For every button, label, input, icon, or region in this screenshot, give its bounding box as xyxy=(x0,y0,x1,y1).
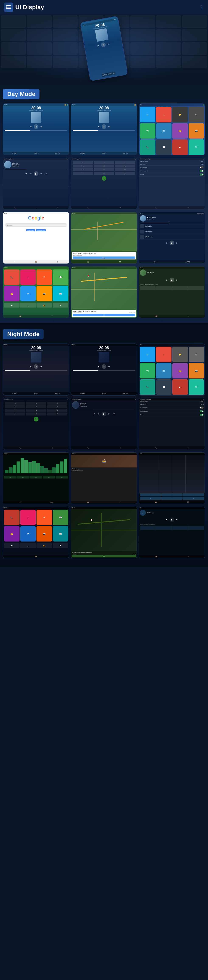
bt-app[interactable]: BT xyxy=(156,363,172,379)
night-nav-btn-3[interactable] xyxy=(172,526,188,530)
eq-band-1[interactable]: 32 xyxy=(4,476,17,479)
nav-btn-2[interactable] xyxy=(156,286,172,290)
road-btn-3[interactable]: → xyxy=(183,493,204,496)
list-item-3[interactable]: 华乐_III.mp3 xyxy=(139,234,205,240)
podcast-app[interactable]: 🎙 xyxy=(36,510,52,525)
camera-app[interactable]: 📷 xyxy=(189,123,204,139)
key-7[interactable]: 7 xyxy=(73,168,93,171)
go-btn-night[interactable]: GO xyxy=(72,555,136,557)
call-button[interactable]: 📞 xyxy=(102,176,106,181)
podcast-app[interactable]: 🎙 xyxy=(36,269,52,285)
phone-app[interactable]: 📞 xyxy=(4,269,19,285)
night-nav-btn-1[interactable] xyxy=(140,526,156,530)
prev-btn[interactable]: ⏮ xyxy=(165,241,168,245)
key-hash[interactable]: # xyxy=(47,412,67,415)
phone-app[interactable]: 📞 xyxy=(140,379,155,395)
auto-answer-toggle[interactable] xyxy=(200,407,203,409)
music-nav[interactable]: ♪ xyxy=(188,207,189,208)
list-item-2[interactable]: 华乐_II.mp3 xyxy=(139,229,205,234)
home-nav[interactable]: 🏠 xyxy=(35,261,37,263)
key-2[interactable]: 2 xyxy=(94,161,114,164)
phone-nav[interactable]: 📞 xyxy=(155,207,157,208)
music-app[interactable]: ♪ xyxy=(20,269,36,285)
music-nav[interactable]: ♪ xyxy=(36,207,36,208)
music-nav[interactable]: ♪ xyxy=(120,447,121,449)
home-nav[interactable]: 🏠 xyxy=(35,555,37,557)
waze-app[interactable]: W xyxy=(189,379,204,395)
music-nav[interactable]: ♪ xyxy=(120,207,121,208)
key-7[interactable]: 7 xyxy=(5,409,25,412)
music-app[interactable]: ♪ xyxy=(156,107,172,123)
eq-band-4[interactable]: 2K xyxy=(43,476,55,479)
menu-icon[interactable]: ⋮ xyxy=(200,5,204,10)
phone-nav[interactable]: 📞 xyxy=(14,207,16,208)
camera-app[interactable]: 📷 xyxy=(189,363,204,379)
shuffle-btn[interactable]: ⇄ xyxy=(24,172,28,175)
auto-nav[interactable]: AUTO xyxy=(123,153,128,154)
back-nav[interactable]: ← xyxy=(51,315,53,317)
music-app[interactable]: ♪ xyxy=(20,510,36,525)
settings-app[interactable]: ⚙ xyxy=(189,347,204,362)
repeat-btn[interactable]: ↻ xyxy=(112,412,116,416)
music-nav[interactable]: ♪ xyxy=(188,447,189,449)
dock-item-1[interactable]: ▶ xyxy=(4,303,19,307)
next-btn[interactable]: ⏭ xyxy=(175,278,179,282)
prev-btn[interactable]: ⏮ xyxy=(29,365,33,368)
email-nav[interactable]: EMAIL xyxy=(80,153,85,154)
auto-connect-toggle[interactable] xyxy=(200,170,203,172)
play-btn[interactable]: ▶ xyxy=(102,412,106,416)
music-nav[interactable]: ♪ xyxy=(188,315,189,317)
phone-app[interactable]: 📞 xyxy=(140,139,155,155)
power-toggle[interactable] xyxy=(200,414,203,416)
waze-app[interactable]: W xyxy=(189,139,204,155)
list-item-1[interactable]: 华乐_I.mp3 xyxy=(139,224,205,229)
key-8[interactable]: 8 xyxy=(26,409,46,412)
apps-nav[interactable]: APPS xyxy=(34,153,38,154)
radio-app[interactable]: 📻 xyxy=(172,363,188,379)
key-2[interactable]: 2 xyxy=(26,402,46,405)
prev-button[interactable]: ⏮ xyxy=(29,172,33,175)
phone-nav[interactable]: 📞 xyxy=(87,447,89,449)
prev-button[interactable]: ⏮ xyxy=(29,125,33,128)
music-nav[interactable]: ♪ xyxy=(52,447,53,449)
music-nav[interactable]: ♪ xyxy=(188,555,189,557)
next-button[interactable]: ⏭ xyxy=(40,172,43,175)
home-nav[interactable]: 🏠 xyxy=(19,315,21,317)
maps-app[interactable]: 🗺 xyxy=(20,526,36,541)
auto-nav[interactable]: AUTO xyxy=(55,393,60,395)
eq-band-5[interactable]: 8K xyxy=(56,476,68,479)
power-toggle[interactable] xyxy=(200,173,203,176)
key-4[interactable]: 4 xyxy=(5,405,25,408)
back-nav[interactable]: ← xyxy=(14,261,16,263)
road-btn-2[interactable]: ↑ xyxy=(161,493,182,496)
play-btn[interactable]: ▶ xyxy=(170,278,174,282)
auto-connect-toggle[interactable] xyxy=(200,410,203,412)
twitter-app[interactable]: 🐦 xyxy=(140,107,155,123)
key-3[interactable]: 3 xyxy=(47,402,67,405)
next-btn[interactable]: ⏭ xyxy=(175,241,179,245)
nav-app[interactable]: 🗺 xyxy=(140,363,155,379)
twitter-app[interactable]: 🐦 xyxy=(140,347,155,362)
back-nav[interactable]: ← xyxy=(119,501,121,503)
auto-nav[interactable]: AUTO xyxy=(123,393,128,395)
prev-btn[interactable]: ⏮ xyxy=(165,518,168,522)
dock-night-3[interactable]: 📻 xyxy=(36,543,52,548)
key-9[interactable]: 9 xyxy=(115,168,135,171)
eq-nav[interactable]: EQ xyxy=(19,501,21,503)
lucky-btn[interactable]: I'm Feeling Lucky xyxy=(36,229,46,231)
route-nav[interactable]: 🗺 xyxy=(119,261,121,263)
prev-button[interactable]: ⏮ xyxy=(97,125,100,128)
play-button[interactable]: ▶ xyxy=(34,171,38,176)
camera-app[interactable]: 📷 xyxy=(36,286,52,301)
phone-nav[interactable]: 📞 xyxy=(87,207,89,208)
vol-nav[interactable]: 🔊 xyxy=(56,207,58,208)
apps-nav[interactable]: APPS xyxy=(102,153,106,154)
phone-nav[interactable]: 📞 xyxy=(19,447,21,449)
radio-app[interactable]: 📻 xyxy=(172,123,188,139)
play-button[interactable]: ⏸ xyxy=(34,124,38,129)
key-8[interactable]: 8 xyxy=(94,168,114,171)
maps-app[interactable]: 🗺 xyxy=(20,286,36,301)
night-nav-btn-4[interactable] xyxy=(188,526,204,530)
vol-nav[interactable]: VOL xyxy=(50,501,54,503)
bt-app[interactable]: BT xyxy=(156,123,172,139)
